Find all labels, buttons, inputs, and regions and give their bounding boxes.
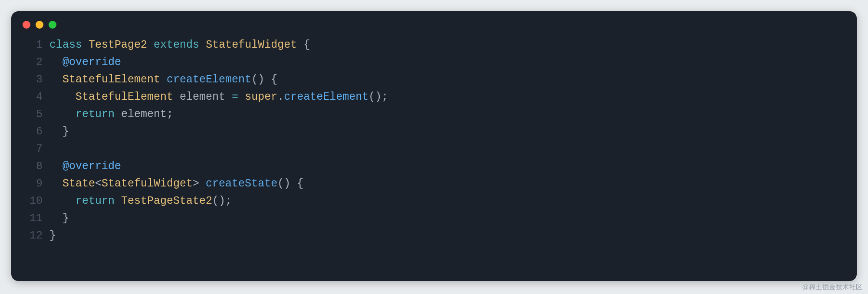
token: return: [76, 108, 115, 121]
token: }: [49, 212, 69, 225]
token: >: [193, 177, 206, 190]
token: StatefulElement: [76, 91, 173, 103]
code-line[interactable]: 2 @override: [11, 54, 857, 71]
code-line[interactable]: 4 StatefulElement element = super.create…: [11, 88, 857, 106]
close-icon[interactable]: [23, 21, 30, 29]
token: StatefulElement: [62, 73, 160, 86]
token: createElement: [284, 91, 368, 103]
line-number: 10: [11, 193, 49, 210]
code-window: 1class TestPage2 extends StatefulWidget …: [11, 11, 857, 281]
code-line[interactable]: 9 State<StatefulWidget> createState() {: [11, 175, 857, 193]
code-content[interactable]: @override: [49, 54, 121, 71]
token: }: [49, 229, 56, 242]
outer-container: 1class TestPage2 extends StatefulWidget …: [0, 0, 868, 294]
token: element: [173, 91, 232, 103]
line-number: 4: [11, 88, 49, 106]
window-titlebar: [11, 11, 857, 33]
token: ();: [212, 195, 232, 207]
code-content[interactable]: State<StatefulWidget> createState() {: [49, 175, 303, 193]
token: TestPageState2: [121, 195, 212, 207]
line-number: 1: [11, 36, 49, 54]
token: TestPage2: [89, 39, 147, 51]
token: [49, 195, 76, 207]
token: return: [76, 195, 115, 207]
line-number: 11: [11, 210, 49, 227]
token: createElement: [167, 73, 251, 86]
line-number: 6: [11, 123, 49, 140]
code-editor[interactable]: 1class TestPage2 extends StatefulWidget …: [11, 33, 857, 281]
token: [49, 177, 62, 190]
code-line[interactable]: 3 StatefulElement createElement() {: [11, 71, 857, 88]
code-line[interactable]: 10 return TestPageState2();: [11, 193, 857, 210]
line-number: 7: [11, 140, 49, 158]
line-number: 8: [11, 158, 49, 175]
code-line[interactable]: 8 @override: [11, 158, 857, 175]
code-content[interactable]: StatefulElement element = super.createEl…: [49, 88, 388, 106]
token: [238, 91, 245, 103]
token: [49, 91, 76, 103]
token: element;: [115, 108, 173, 121]
token: [49, 160, 62, 173]
token: ();: [368, 91, 388, 103]
token: [160, 73, 167, 86]
token: class: [49, 39, 82, 51]
token: extends: [154, 39, 199, 51]
zoom-icon[interactable]: [49, 21, 56, 29]
code-content[interactable]: }: [49, 123, 69, 140]
line-number: 5: [11, 106, 49, 123]
code-line[interactable]: 7: [11, 140, 857, 158]
code-content[interactable]: return element;: [49, 106, 173, 123]
token: StatefulWidget: [206, 39, 297, 51]
token: @override: [62, 56, 121, 69]
line-number: 3: [11, 71, 49, 88]
token: [49, 73, 62, 86]
token: super: [245, 91, 277, 103]
code-content[interactable]: }: [49, 210, 69, 227]
code-line[interactable]: 6 }: [11, 123, 857, 140]
minimize-icon[interactable]: [36, 21, 43, 29]
token: .: [277, 91, 284, 103]
token: State: [62, 177, 95, 190]
token: StatefulWidget: [102, 177, 193, 190]
token: [49, 56, 62, 69]
line-number: 9: [11, 175, 49, 193]
token: {: [297, 39, 310, 51]
line-number: 2: [11, 54, 49, 71]
watermark-text: @稀土掘金技术社区: [802, 283, 863, 291]
line-number: 12: [11, 227, 49, 245]
code-content[interactable]: class TestPage2 extends StatefulWidget {: [49, 36, 310, 54]
code-line[interactable]: 11 }: [11, 210, 857, 227]
token: createState: [206, 177, 277, 190]
token: () {: [277, 177, 303, 190]
token: [147, 39, 154, 51]
token: [82, 39, 89, 51]
code-content[interactable]: @override: [49, 158, 121, 175]
token: @override: [62, 160, 121, 173]
token: =: [232, 91, 238, 103]
code-content[interactable]: }: [49, 227, 56, 245]
code-content[interactable]: StatefulElement createElement() {: [49, 71, 277, 88]
token: }: [49, 125, 69, 138]
code-line[interactable]: 1class TestPage2 extends StatefulWidget …: [11, 36, 857, 54]
token: [115, 195, 121, 207]
token: [49, 108, 76, 121]
token: [199, 39, 206, 51]
code-content[interactable]: return TestPageState2();: [49, 193, 232, 210]
code-line[interactable]: 5 return element;: [11, 106, 857, 123]
token: () {: [251, 73, 277, 86]
code-line[interactable]: 12}: [11, 227, 857, 245]
token: <: [95, 177, 102, 190]
